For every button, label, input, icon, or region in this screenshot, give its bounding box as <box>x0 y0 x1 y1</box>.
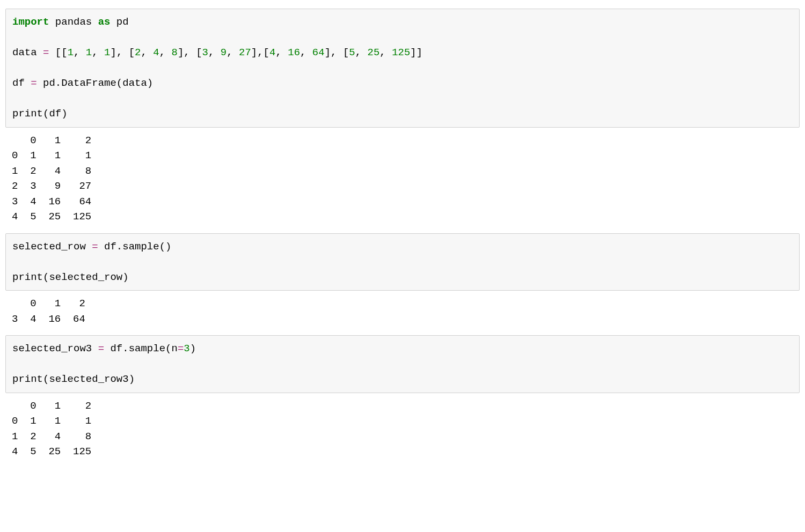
code-cell-3[interactable]: selected_row3 = df.sample(n=3) print(sel… <box>5 335 800 393</box>
output-cell-3: 0 1 2 0 1 1 1 1 2 4 8 4 5 25 125 <box>5 395 800 465</box>
output-cell-2: 0 1 2 3 4 16 64 <box>5 293 800 332</box>
code-cell-2[interactable]: selected_row = df.sample() print(selecte… <box>5 233 800 291</box>
notebook: import pandas as pd data = [[1, 1, 1], [… <box>5 9 800 465</box>
output-cell-1: 0 1 2 0 1 1 1 1 2 4 8 2 3 9 27 3 4 16 64… <box>5 130 800 230</box>
code-cell-1[interactable]: import pandas as pd data = [[1, 1, 1], [… <box>5 9 800 128</box>
